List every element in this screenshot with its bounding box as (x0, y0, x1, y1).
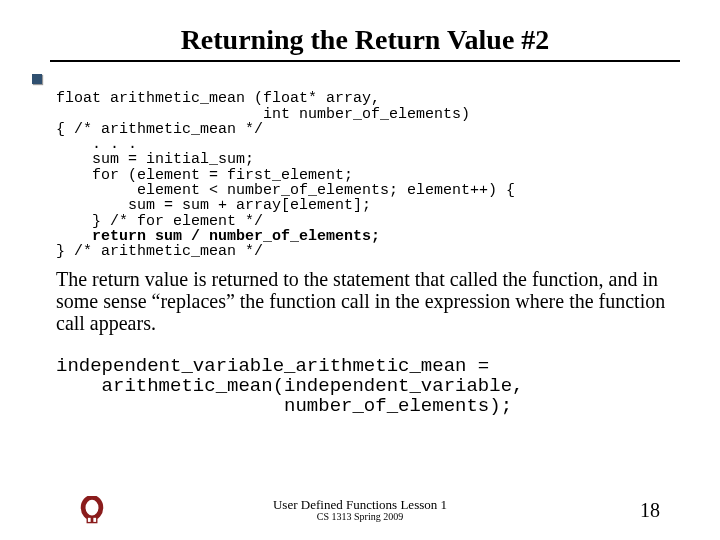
slide-footer: User Defined Functions Lesson 1 CS 1313 … (0, 498, 720, 522)
code-line: arithmetic_mean(independent_variable, (56, 375, 523, 397)
code-block: float arithmetic_mean (float* array, int… (56, 76, 680, 260)
code-line: } /* arithmetic_mean */ (56, 243, 263, 260)
explanation-text: The return value is returned to the stat… (56, 268, 680, 335)
footer-line1: User Defined Functions Lesson 1 (0, 498, 720, 512)
code-line: independent_variable_arithmetic_mean = (56, 355, 489, 377)
bullet-icon (32, 74, 42, 84)
call-example: independent_variable_arithmetic_mean = a… (56, 337, 680, 417)
page-number: 18 (640, 499, 660, 522)
slide-title: Returning the Return Value #2 (50, 24, 680, 56)
title-underline (50, 60, 680, 62)
footer-line2: CS 1313 Spring 2009 (0, 512, 720, 523)
code-line: number_of_elements); (56, 395, 512, 417)
